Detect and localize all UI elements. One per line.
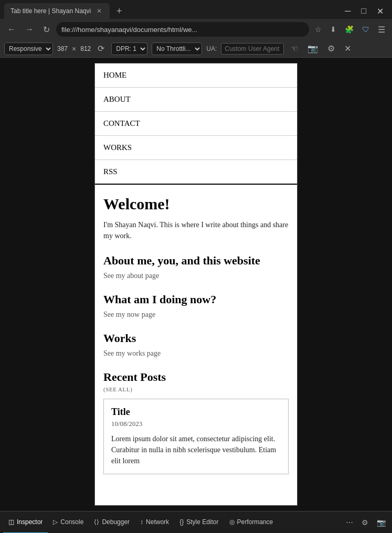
touch-icon[interactable]: ☜ xyxy=(288,42,301,55)
tab-title: Tab title here | Shayan Naqvi xyxy=(10,7,91,15)
devtool-tab-network[interactable]: ↕ Network xyxy=(135,511,174,534)
devtool-tab-performance[interactable]: ◎ Performance xyxy=(224,511,279,534)
devtool-tab-style-editor[interactable]: {} Style Editor xyxy=(174,511,224,534)
ua-input[interactable] xyxy=(221,43,284,55)
viewport-width: 387 xyxy=(57,45,68,52)
tab-bar: Tab title here | Shayan Naqvi ✕ + ─ □ ✕ xyxy=(0,0,392,19)
devtool-tab-inspector[interactable]: ◫ Inspector xyxy=(3,511,48,534)
site-navigation: HOME ABOUT CONTACT WORKS RSS xyxy=(95,63,297,185)
download-icon[interactable]: ⬇ xyxy=(327,24,339,35)
nav-item-home[interactable]: HOME xyxy=(95,63,297,88)
throttle-select[interactable]: No Throttli... xyxy=(152,42,202,55)
console-icon: ▷ xyxy=(53,518,58,526)
see-all-link[interactable]: (SEE ALL) xyxy=(103,386,289,392)
viewport[interactable]: HOME ABOUT CONTACT WORKS RSS Welcome! I'… xyxy=(94,63,298,506)
post-excerpt: Lorem ipsum dolor sit amet, consectetur … xyxy=(111,433,281,466)
forward-button[interactable]: → xyxy=(22,23,37,36)
new-tab-button[interactable]: + xyxy=(112,4,126,18)
maximize-button[interactable]: □ xyxy=(357,4,370,18)
style-editor-icon: {} xyxy=(179,518,184,526)
welcome-heading: Welcome! xyxy=(103,195,289,213)
works-section-heading: Works xyxy=(103,332,289,345)
network-icon: ↕ xyxy=(140,518,143,526)
debugger-icon: ⟨⟩ xyxy=(94,518,99,526)
reload-button[interactable]: ↻ xyxy=(40,23,53,37)
post-date: 10/08/2023 xyxy=(111,420,281,428)
bookmark-icon[interactable]: ☆ xyxy=(312,24,324,35)
post-title: Title xyxy=(111,407,281,418)
network-label: Network xyxy=(146,518,169,526)
window-controls: ─ □ ✕ xyxy=(341,4,388,18)
nav-bar: ← → ↻ file:///home/shayanaqvi/documents/… xyxy=(0,19,392,40)
inspector-label: Inspector xyxy=(17,518,43,526)
devtool-tab-console[interactable]: ▷ Console xyxy=(48,511,89,534)
devtools-more-button[interactable]: ⋯ xyxy=(343,516,356,529)
nav-item-works[interactable]: WORKS xyxy=(95,136,297,160)
ua-label: UA: xyxy=(206,45,217,52)
nav-item-about[interactable]: ABOUT xyxy=(95,88,297,112)
works-page-link[interactable]: See my works page xyxy=(103,349,289,358)
page-area: HOME ABOUT CONTACT WORKS RSS Welcome! I'… xyxy=(0,58,392,511)
about-page-link[interactable]: See my about page xyxy=(103,272,289,280)
about-section-heading: About me, you, and this website xyxy=(103,254,289,268)
responsive-select[interactable]: Responsive xyxy=(4,42,53,55)
rotate-icon[interactable]: ⟳ xyxy=(95,42,107,55)
active-tab[interactable]: Tab title here | Shayan Naqvi ✕ xyxy=(4,3,110,19)
inspector-icon: ◫ xyxy=(8,518,14,526)
responsive-toolbar: Responsive 387 × 812 ⟳ DPR: 1 No Throttl… xyxy=(0,40,392,58)
main-content: Welcome! I'm Shayan Naqvi. This is where… xyxy=(95,185,297,491)
performance-label: Performance xyxy=(237,518,273,526)
debugger-label: Debugger xyxy=(102,518,130,526)
intro-text: I'm Shayan Naqvi. This is where I write … xyxy=(103,219,289,241)
nav-item-contact[interactable]: CONTACT xyxy=(95,112,297,136)
recent-posts-heading: Recent Posts xyxy=(103,370,289,384)
minimize-button[interactable]: ─ xyxy=(341,4,355,18)
dpr-select[interactable]: DPR: 1 xyxy=(111,42,147,55)
close-button[interactable]: ✕ xyxy=(373,4,388,18)
viewport-height: 812 xyxy=(80,45,91,52)
devtool-tab-debugger[interactable]: ⟨⟩ Debugger xyxy=(89,511,135,534)
devtools-bar: ◫ Inspector ▷ Console ⟨⟩ Debugger ↕ Netw… xyxy=(0,511,392,533)
settings-icon[interactable]: ⚙ xyxy=(325,42,337,55)
now-section-heading: What am I doing now? xyxy=(103,293,289,306)
menu-icon[interactable]: ☰ xyxy=(375,23,388,36)
style-editor-label: Style Editor xyxy=(186,518,218,526)
address-text: file:///home/shayanaqvi/documents/html/w… xyxy=(61,26,304,34)
performance-icon: ◎ xyxy=(229,518,235,526)
console-label: Console xyxy=(60,518,83,526)
shield-icon: 🛡 xyxy=(359,24,372,35)
devtools-settings-button[interactable]: ⚙ xyxy=(358,516,372,529)
post-card[interactable]: Title 10/08/2023 Lorem ipsum dolor sit a… xyxy=(103,399,289,474)
screenshot-icon[interactable]: 📷 xyxy=(305,42,321,55)
devtools-capture-button[interactable]: 📷 xyxy=(374,516,389,529)
nav-item-rss[interactable]: RSS xyxy=(95,160,297,184)
devtools-right: ⋯ ⚙ 📷 xyxy=(343,516,389,529)
back-button[interactable]: ← xyxy=(4,23,19,36)
address-bar[interactable]: file:///home/shayanaqvi/documents/html/w… xyxy=(56,22,309,37)
extensions-icon[interactable]: 🧩 xyxy=(342,24,356,35)
tab-close-button[interactable]: ✕ xyxy=(95,7,103,15)
toolbar-close-button[interactable]: ✕ xyxy=(342,42,354,55)
now-page-link[interactable]: See my now page xyxy=(103,311,289,319)
